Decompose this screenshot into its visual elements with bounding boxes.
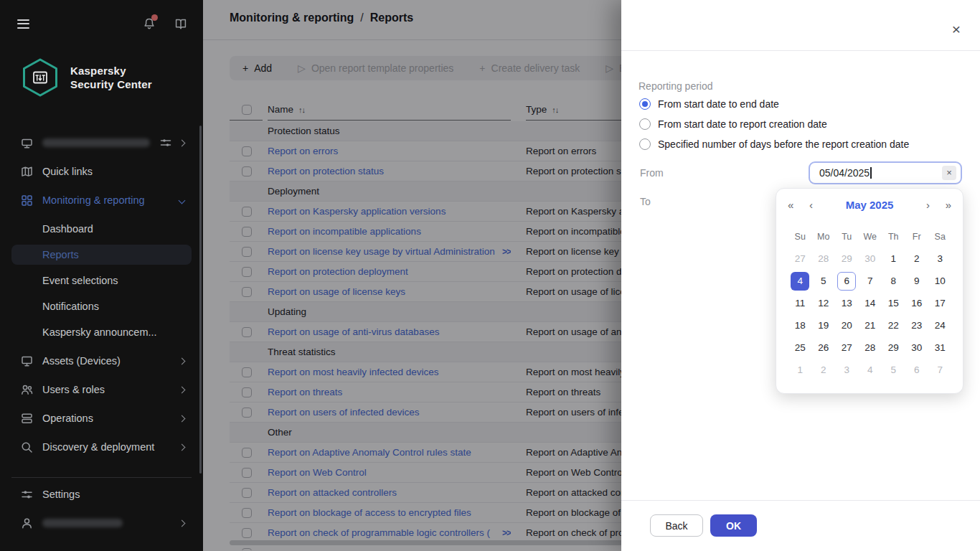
from-date-input[interactable]: 05/04/2025 × <box>809 161 962 184</box>
calendar-day[interactable]: 16 <box>908 294 926 313</box>
dashboard-grid-icon <box>20 194 34 207</box>
calendar-day[interactable]: 5 <box>884 361 903 380</box>
sidebar-item-kaspersky-announcements[interactable]: Kaspersky announcem... <box>11 322 192 342</box>
calendar-day[interactable]: 15 <box>884 294 903 313</box>
next-month-icon[interactable]: › <box>926 196 930 215</box>
to-label: To <box>640 196 651 207</box>
sidebar-item-users-roles[interactable]: Users & roles <box>11 380 192 400</box>
chevron-right-icon <box>179 357 186 364</box>
calendar-day[interactable]: 12 <box>814 294 833 313</box>
calendar-day[interactable]: 27 <box>837 339 856 357</box>
sidebar-item-label: Event selections <box>42 275 118 286</box>
sidebar-item-user-account[interactable] <box>11 513 192 533</box>
calendar-day[interactable]: 22 <box>884 316 903 335</box>
radio-selected-icon[interactable] <box>639 98 651 110</box>
search-icon <box>20 441 34 454</box>
next-year-icon[interactable]: » <box>946 196 951 215</box>
chevron-right-icon <box>179 519 186 527</box>
calendar-day[interactable]: 8 <box>884 272 903 291</box>
back-button[interactable]: Back <box>650 514 703 537</box>
calendar-day[interactable]: 26 <box>814 339 833 357</box>
calendar-day[interactable]: 6 <box>908 361 926 380</box>
calendar-day[interactable]: 27 <box>791 250 809 268</box>
user-name-redacted <box>42 519 123 527</box>
prev-year-icon[interactable]: « <box>788 196 793 215</box>
help-book-icon[interactable] <box>174 17 187 30</box>
sidebar-item-operations[interactable]: Operations <box>11 408 192 428</box>
month-year-label[interactable]: May 2025 <box>776 196 963 215</box>
calendar-day[interactable]: 30 <box>861 250 880 268</box>
server-settings-icon[interactable] <box>159 136 172 149</box>
radio-days-before-creation[interactable]: Specified number of days before the repo… <box>639 138 909 150</box>
calendar-day[interactable]: 24 <box>930 316 949 335</box>
sidebar-item-settings[interactable]: Settings <box>11 484 192 504</box>
radio-start-to-creation[interactable]: From start date to report creation date <box>639 118 827 130</box>
calendar-day[interactable]: 25 <box>791 339 809 357</box>
server-icon <box>20 136 34 150</box>
panel-footer-divider <box>621 500 980 501</box>
sidebar-item-notifications[interactable]: Notifications <box>11 296 192 316</box>
calendar-day[interactable]: 18 <box>791 316 809 335</box>
close-icon[interactable]: × <box>948 22 964 37</box>
map-icon <box>20 165 34 179</box>
chevron-right-icon <box>179 386 186 393</box>
calendar-grid: 27 28 29 30 1 2 3 4 5 6 7 8 9 10 11 12 1… <box>776 250 963 380</box>
sidebar-item-discovery-deployment[interactable]: Discovery & deployment <box>11 437 192 457</box>
monitor-icon <box>20 354 34 368</box>
clear-date-icon[interactable]: × <box>942 166 956 180</box>
chevron-right-icon <box>179 415 186 422</box>
calendar-day[interactable]: 5 <box>814 272 833 291</box>
calendar-day[interactable]: 17 <box>930 294 949 313</box>
radio-start-to-end[interactable]: From start date to end date <box>639 98 779 110</box>
sidebar-item-quick-links[interactable]: Quick links <box>11 161 192 182</box>
calendar-day[interactable]: 23 <box>908 316 926 335</box>
calendar-day-today[interactable]: 6 <box>837 272 856 291</box>
radio-label: From start date to report creation date <box>658 118 827 130</box>
calendar-day[interactable]: 21 <box>861 316 880 335</box>
menu-toggle-icon[interactable] <box>17 19 29 29</box>
calendar-day[interactable]: 28 <box>814 250 833 268</box>
radio-icon[interactable] <box>639 138 651 150</box>
sidebar-item-reports[interactable]: Reports <box>11 245 192 265</box>
from-date-value: 05/04/2025 <box>819 167 870 179</box>
calendar-day[interactable]: 31 <box>930 339 949 357</box>
calendar-day[interactable]: 1 <box>884 250 903 268</box>
radio-icon[interactable] <box>639 118 651 130</box>
calendar-day[interactable]: 7 <box>930 361 949 380</box>
calendar-day[interactable]: 14 <box>861 294 880 313</box>
notifications-bell-icon[interactable] <box>143 17 156 30</box>
calendar-day[interactable]: 4 <box>861 361 880 380</box>
calendar-day[interactable]: 20 <box>837 316 856 335</box>
sidebar: Kaspersky Security Center Quick links <box>0 0 203 551</box>
ok-button[interactable]: OK <box>710 514 757 537</box>
calendar-day[interactable]: 2 <box>814 361 833 380</box>
radio-label: From start date to end date <box>658 98 779 110</box>
calendar-day[interactable]: 3 <box>930 250 949 268</box>
prev-month-icon[interactable]: ‹ <box>809 196 813 215</box>
calendar-day[interactable]: 13 <box>837 294 856 313</box>
calendar-day[interactable]: 9 <box>908 272 926 291</box>
calendar-day[interactable]: 11 <box>791 294 809 313</box>
sidebar-scrollbar[interactable] <box>199 126 202 474</box>
calendar-day[interactable]: 7 <box>861 272 880 291</box>
notification-badge <box>151 14 158 21</box>
calendar-day[interactable]: 1 <box>791 361 809 380</box>
calendar-day[interactable]: 10 <box>930 272 949 291</box>
calendar-day[interactable]: 30 <box>908 339 926 357</box>
calendar-day[interactable]: 19 <box>814 316 833 335</box>
sidebar-item-server[interactable] <box>11 133 192 153</box>
sidebar-item-assets-devices[interactable]: Assets (Devices) <box>11 351 192 371</box>
sidebar-item-monitoring-reporting[interactable]: Monitoring & reporting <box>11 190 192 210</box>
calendar-day[interactable]: 2 <box>908 250 926 268</box>
sidebar-item-dashboard[interactable]: Dashboard <box>11 219 192 239</box>
date-picker-popup: « ‹ May 2025 › » Su Mo Tu We Th Fr Sa 27… <box>776 188 963 394</box>
calendar-day[interactable]: 29 <box>884 339 903 357</box>
calendar-day[interactable]: 3 <box>837 361 856 380</box>
sidebar-item-label: Assets (Devices) <box>42 355 121 367</box>
calendar-day-selected[interactable]: 4 <box>791 272 809 291</box>
calendar-day[interactable]: 29 <box>837 250 856 268</box>
calendar-day[interactable]: 28 <box>861 339 880 357</box>
dim-overlay <box>203 0 621 551</box>
sidebar-item-label: Dashboard <box>42 223 93 235</box>
sidebar-item-event-selections[interactable]: Event selections <box>11 270 192 291</box>
